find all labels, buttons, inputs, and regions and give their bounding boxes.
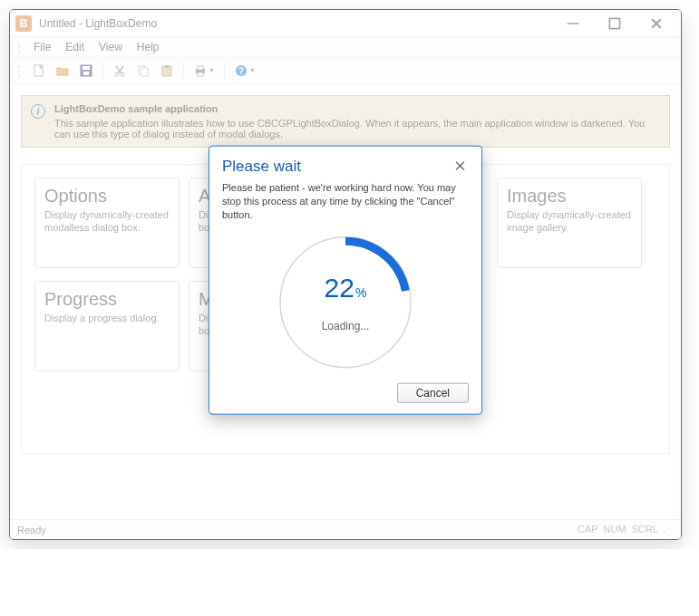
chevron-down-icon: ▼ <box>249 67 256 73</box>
dialog-title: Please wait <box>222 158 451 176</box>
close-button[interactable] <box>636 11 677 36</box>
app-icon: B <box>15 15 32 32</box>
banner-text: This sample application illustrates how … <box>54 118 660 140</box>
card-options[interactable]: Options Display dynamically-created moda… <box>34 178 180 268</box>
cut-button[interactable] <box>109 60 131 82</box>
copy-button[interactable] <box>132 60 154 82</box>
toolbar-separator <box>224 63 225 79</box>
maximize-icon <box>607 16 622 31</box>
statusbar: Ready CAP NUM SCRL ⋰ <box>10 519 681 539</box>
status-text: Ready <box>17 525 46 535</box>
info-body: LightBoxDemo sample application This sam… <box>54 103 660 140</box>
close-icon <box>455 160 465 170</box>
svg-rect-18 <box>198 72 203 76</box>
window-controls <box>552 11 677 36</box>
save-button[interactable] <box>75 60 97 82</box>
paste-icon <box>160 63 174 78</box>
titlebar: B Untitled - LightBoxDemo <box>10 10 681 37</box>
card-desc: Display dynamically-created modalless di… <box>44 208 170 235</box>
new-button[interactable] <box>28 60 50 82</box>
help-button[interactable]: ? ▼ <box>230 60 259 82</box>
print-button[interactable]: ▼ <box>189 60 218 82</box>
info-banner: i LightBoxDemo sample application This s… <box>21 95 670 148</box>
status-scrl: SCRL <box>632 524 658 535</box>
main-window: B Untitled - LightBoxDemo ⋮ File Edit Vi… <box>9 9 682 540</box>
card-title: Images <box>507 186 632 207</box>
percent-sign: % <box>355 284 366 299</box>
minimize-icon <box>566 16 580 31</box>
toolbar-separator <box>183 63 184 79</box>
svg-rect-1 <box>609 18 619 28</box>
maximize-button[interactable] <box>594 11 636 36</box>
status-cap: CAP <box>578 524 598 535</box>
close-icon <box>649 16 664 31</box>
cancel-button[interactable]: Cancel <box>397 382 469 402</box>
toolbar-separator <box>102 63 103 79</box>
dialog-close-button[interactable] <box>451 158 469 175</box>
svg-point-11 <box>121 72 124 76</box>
card-desc: Display dynamically-created image galler… <box>507 208 632 235</box>
help-icon: ? <box>234 63 248 78</box>
info-icon: i <box>31 104 45 119</box>
minimize-button[interactable] <box>552 11 594 36</box>
dialog-description: Please be patient - we're working hard n… <box>222 181 469 222</box>
resize-grip-icon: ⋰ <box>664 524 674 535</box>
cut-icon <box>112 63 127 78</box>
menu-help[interactable]: Help <box>130 39 167 55</box>
svg-rect-13 <box>141 68 148 76</box>
card-desc: Display a progress dialog. <box>44 312 170 324</box>
card-images[interactable]: Images Display dynamically-created image… <box>497 178 642 268</box>
banner-title: LightBoxDemo sample application <box>54 103 660 114</box>
svg-point-10 <box>115 72 119 76</box>
svg-rect-7 <box>83 72 89 75</box>
menu-view[interactable]: View <box>92 39 130 55</box>
paste-button[interactable] <box>156 60 178 82</box>
menu-edit[interactable]: Edit <box>58 39 92 55</box>
print-icon <box>193 63 208 78</box>
svg-rect-6 <box>83 66 90 70</box>
progress-percent: 22 <box>325 272 354 303</box>
card-progress[interactable]: Progress Display a progress dialog. <box>34 281 180 371</box>
svg-rect-15 <box>165 65 169 68</box>
copy-icon <box>136 63 150 78</box>
toolbar: ⋮ ▼ ? ▼ <box>10 57 681 84</box>
svg-rect-17 <box>198 66 203 70</box>
menubar-grip-icon: ⋮ <box>14 41 23 53</box>
progress-label: Loading... <box>322 319 370 332</box>
menubar: ⋮ File Edit View Help <box>10 37 681 57</box>
open-button[interactable] <box>52 60 73 82</box>
status-num: NUM <box>604 524 626 535</box>
window-title: Untitled - LightBoxDemo <box>39 17 552 30</box>
menu-file[interactable]: File <box>26 39 58 55</box>
card-title: Options <box>44 186 170 207</box>
progress-ring: 22 % Loading... <box>277 234 413 370</box>
progress-dialog: Please wait Please be patient - we're wo… <box>209 146 482 415</box>
open-folder-icon <box>55 63 70 78</box>
svg-text:?: ? <box>238 66 244 76</box>
card-title: Progress <box>44 289 170 310</box>
save-icon <box>79 63 93 78</box>
new-file-icon <box>32 63 46 78</box>
toolbar-grip-icon: ⋮ <box>14 64 23 77</box>
chevron-down-icon: ▼ <box>209 67 215 73</box>
